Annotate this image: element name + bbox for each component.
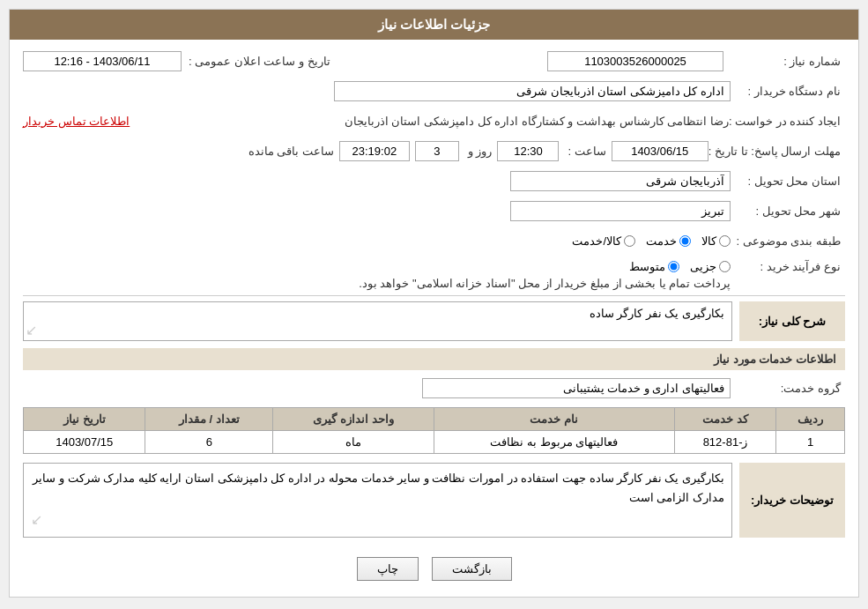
- cell-unit: ماه: [273, 431, 434, 454]
- service-group-input[interactable]: [422, 378, 731, 398]
- days-label: روز و: [468, 145, 493, 158]
- cell-service-name: فعالیتهای مربوط به نظافت: [434, 431, 674, 454]
- buyer-description-box: بکارگیری یک نفر کارگر ساده جهت استفاده د…: [23, 463, 732, 538]
- buyer-org-label: نام دستگاه خریدار :: [731, 85, 845, 98]
- need-number-label: شماره نیاز :: [731, 55, 845, 68]
- col-service-code: کد خدمت: [674, 408, 776, 431]
- deadline-time-input[interactable]: [497, 141, 559, 161]
- category-radio-group: کالا خدمت کالا/خدمت: [572, 234, 731, 248]
- need-number-input[interactable]: [547, 51, 723, 71]
- services-table: ردیف کد خدمت نام خدمت واحد اندازه گیری ت…: [23, 407, 845, 454]
- col-date: تاریخ نیاز: [24, 408, 145, 431]
- delivery-province-input[interactable]: [510, 171, 731, 191]
- services-section-title: اطلاعات خدمات مورد نیاز: [23, 348, 845, 370]
- print-button[interactable]: چاپ: [357, 557, 419, 581]
- col-service-name: نام خدمت: [434, 408, 674, 431]
- col-quantity: تعداد / مقدار: [145, 408, 273, 431]
- col-row-num: ردیف: [776, 408, 845, 431]
- need-description-title: شرح کلی نیاز:: [759, 315, 827, 328]
- category-kala[interactable]: کالا: [701, 234, 731, 248]
- buyer-org-input[interactable]: [334, 81, 731, 101]
- delivery-city-label: شهر محل تحویل :: [731, 204, 845, 218]
- days-remaining-input[interactable]: [415, 141, 459, 161]
- back-button[interactable]: بازگشت: [432, 557, 512, 581]
- creator-value: رضا انتظامی کارشناس بهداشت و کشتارگاه اد…: [345, 115, 729, 128]
- buyer-description-value: بکارگیری یک نفر کارگر ساده جهت استفاده د…: [33, 472, 724, 504]
- need-description-value: بکارگیری یک نفر کارگر ساده: [590, 307, 724, 320]
- contact-link[interactable]: اطلاعات تماس خریدار: [23, 115, 130, 128]
- delivery-city-input[interactable]: [510, 201, 731, 221]
- time-remaining-label: ساعت باقی مانده: [249, 145, 334, 158]
- bottom-buttons: بازگشت چاپ: [23, 546, 845, 588]
- send-deadline-label: مهلت ارسال پاسخ: تا تاریخ :: [708, 145, 845, 158]
- cell-row-num: 1: [776, 431, 845, 454]
- buyer-desc-label: توضیحات خریدار:: [751, 494, 834, 507]
- service-group-label: گروه خدمت:: [731, 382, 845, 395]
- category-label: طبقه بندی موضوعی :: [731, 234, 845, 248]
- purchase-type-jozvi[interactable]: جزیی: [690, 260, 731, 273]
- time-label: ساعت :: [568, 145, 605, 158]
- cell-date: 1403/07/15: [24, 431, 145, 454]
- announcement-datetime-input[interactable]: [23, 51, 182, 71]
- announcement-datetime-label: تاریخ و ساعت اعلان عمومی :: [189, 55, 335, 68]
- cell-quantity: 6: [145, 431, 273, 454]
- creator-label: ایجاد کننده در خواست :: [729, 115, 845, 128]
- delivery-province-label: استان محل تحویل :: [731, 175, 845, 188]
- deadline-date-input[interactable]: [612, 141, 708, 161]
- category-khadamat[interactable]: خدمت: [646, 234, 691, 248]
- table-row: 1 ز-81-812 فعالیتهای مربوط به نظافت ماه …: [24, 431, 845, 454]
- cell-service-code: ز-81-812: [674, 431, 776, 454]
- category-kala-khadamat[interactable]: کالا/خدمت: [572, 234, 635, 248]
- purchase-type-mottavaset[interactable]: متوسط: [629, 260, 679, 273]
- purchase-type-label: نوع فرآیند خرید :: [731, 260, 845, 273]
- purchase-type-note: پرداخت تمام یا بخشی از مبلغ خریدار از مح…: [23, 277, 731, 290]
- col-unit: واحد اندازه گیری: [273, 408, 434, 431]
- page-title: جزئیات اطلاعات نیاز: [10, 10, 858, 40]
- time-remaining-input[interactable]: [339, 141, 410, 161]
